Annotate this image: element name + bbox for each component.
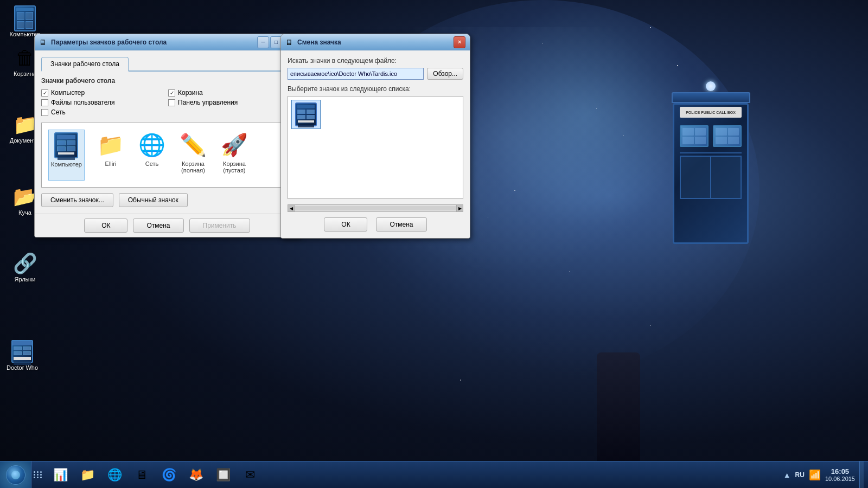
- checkbox-computer[interactable]: ✓ Компьютер: [41, 89, 166, 97]
- icon-network[interactable]: 🌐 Сеть: [137, 130, 167, 181]
- icon-recycle-empty[interactable]: 🚀 Корзина (пустая): [219, 130, 250, 181]
- pile-icon-label: Куча: [18, 209, 31, 216]
- change-dialog-title: Смена значка: [297, 38, 454, 46]
- desktop: POLICE PUBLIC CALL BOX: [0, 0, 868, 488]
- change-dialog-content: Искать значки в следующем файле: Обзор..…: [281, 50, 470, 238]
- change-cancel-button[interactable]: Отмена: [376, 217, 426, 232]
- taskbar-icon-folder[interactable]: 📁: [74, 461, 101, 489]
- tardis-win-pane: [23, 351, 31, 355]
- taskbar-icon-ie[interactable]: 🌐: [101, 461, 128, 489]
- taskbar-icon-ie-alt[interactable]: 🌀: [155, 461, 182, 489]
- icon-computer[interactable]: Компьютер: [48, 130, 85, 181]
- taskbar-network-icon[interactable]: 📶: [809, 469, 821, 481]
- dot: [40, 474, 42, 476]
- browse-button[interactable]: Обзор...: [427, 68, 463, 80]
- icon-computer-label: Компьютер: [51, 161, 82, 168]
- tardis-top: [672, 92, 750, 103]
- recycle-icon-label: Корзина: [14, 70, 36, 77]
- tardis-sign: POLICE PUBLIC CALL BOX: [680, 107, 742, 118]
- documents-icon-image: 📁: [14, 114, 36, 136]
- change-close-button[interactable]: ✕: [454, 36, 465, 48]
- taskbar-icon-network[interactable]: 🔲: [209, 461, 237, 489]
- tardis-lower: [680, 156, 742, 199]
- checkbox-recycle[interactable]: ✓ Корзина: [168, 89, 293, 97]
- file-path-input[interactable]: [288, 68, 424, 80]
- desktop-icon-doctor-who[interactable]: Doctor Who: [3, 336, 42, 373]
- checkbox-recycle-box[interactable]: ✓: [168, 89, 175, 97]
- tardis-door-line: [680, 152, 742, 153]
- dot: [37, 477, 39, 478]
- taskbar-icon-firefox[interactable]: 🦊: [182, 461, 209, 489]
- tardis-top-bar: [12, 341, 32, 345]
- change-dialog-icon: 🖥: [285, 38, 294, 47]
- main-apply-button[interactable]: Применить: [189, 219, 250, 233]
- taskbar-language[interactable]: RU: [795, 471, 805, 479]
- icon-list-item-tardis[interactable]: [291, 100, 321, 129]
- change-icon-button[interactable]: Сменить значок...: [41, 193, 113, 207]
- tardis-pane: [728, 137, 739, 144]
- notifications-toggle[interactable]: ▲: [783, 471, 791, 479]
- mini-tardis-win: [17, 21, 24, 29]
- icon-scrollbar[interactable]: ◀ ▶: [288, 204, 463, 212]
- taskbar-time-value: 16:05: [825, 467, 855, 476]
- checkbox-user-files-box[interactable]: [41, 99, 48, 106]
- icon-list-area[interactable]: [288, 96, 463, 199]
- taskbar-icon-taskmanager[interactable]: 📊: [47, 461, 74, 489]
- icon-recycle-empty-gfx: 🚀: [221, 132, 247, 158]
- minimize-button[interactable]: ─: [257, 36, 269, 48]
- main-dialog-footer: ОК Отмена Применить: [35, 214, 299, 237]
- tardis-window-2: [713, 125, 742, 147]
- scrollbar-right[interactable]: ▶: [456, 205, 463, 211]
- tardis-body: POLICE PUBLIC CALL BOX: [673, 103, 749, 244]
- icon-user[interactable]: 📁 Elliri: [95, 130, 126, 181]
- doctor-who-icon-image: [9, 338, 35, 364]
- dot: [34, 477, 35, 478]
- tab-desktop-icons[interactable]: Значки рабочего стола: [41, 57, 129, 72]
- pile-icon-image: 📂: [14, 186, 36, 208]
- icon-list-label: Выберите значок из следующего списка:: [288, 85, 463, 93]
- action-buttons: Сменить значок... Обычный значок: [41, 193, 293, 207]
- icon-recycle-full-label: Корзина (полная): [181, 160, 205, 174]
- tardis-lamp: [706, 81, 716, 91]
- checkbox-control-panel-box[interactable]: [168, 99, 175, 106]
- taskbar-toggle-dots[interactable]: [31, 469, 44, 480]
- taskbar: 📊 📁 🌐 🖥 🌀 🦊 🔲 ✉ ▲ RU 📶 16:05 10.06.2015: [0, 461, 868, 488]
- checkbox-computer-box[interactable]: ✓: [41, 89, 48, 97]
- dot: [40, 477, 42, 478]
- tardis-pane: [695, 128, 706, 136]
- tardis-pane: [695, 137, 706, 144]
- taskbar-clock[interactable]: 16:05 10.06.2015: [825, 467, 855, 482]
- main-ok-button[interactable]: ОК: [84, 219, 127, 233]
- tardis-pane: [728, 128, 739, 136]
- tardis-window-1: [680, 125, 709, 147]
- doctor-who-tardis: [11, 340, 33, 363]
- start-orb-inner: [11, 471, 20, 479]
- checkbox-user-files-label: Файлы пользователя: [51, 99, 114, 106]
- checkbox-control-panel[interactable]: Панель управления: [168, 99, 293, 106]
- show-desktop-button[interactable]: [859, 461, 864, 489]
- character-silhouette: [597, 352, 640, 461]
- labels-icon-image: 🔗: [14, 253, 36, 274]
- icon-computer-gfx: [53, 132, 79, 158]
- checkbox-user-files[interactable]: Файлы пользователя: [41, 99, 166, 106]
- checkbox-network-box[interactable]: [41, 109, 48, 116]
- main-dialog-icon: 🖥: [39, 38, 48, 47]
- tardis-win-pane: [23, 346, 31, 350]
- tardis-pane: [682, 128, 694, 136]
- checkbox-network[interactable]: Сеть: [41, 108, 166, 116]
- taskbar-icon-mail[interactable]: ✉: [237, 461, 264, 489]
- start-button[interactable]: [0, 461, 31, 489]
- icon-user-label: Elliri: [105, 160, 117, 167]
- taskbar-right: ▲ RU 📶 16:05 10.06.2015: [783, 461, 868, 489]
- checkbox-network-label: Сеть: [51, 108, 66, 116]
- taskbar-icon-monitor[interactable]: 🖥: [128, 461, 155, 489]
- change-icon-dialog: 🖥 Смена значка ✕ Искать значки в следующ…: [280, 34, 470, 239]
- change-ok-button[interactable]: ОК: [324, 217, 367, 232]
- mini-tardis-win: [25, 12, 33, 20]
- search-file-label: Искать значки в следующем файле:: [288, 57, 463, 65]
- main-cancel-button[interactable]: Отмена: [133, 219, 183, 233]
- scrollbar-left[interactable]: ◀: [288, 205, 295, 211]
- icon-recycle-full[interactable]: ✏️ Корзина (полная): [178, 130, 208, 181]
- desktop-icon-labels[interactable]: 🔗 Ярлыки: [5, 251, 44, 285]
- default-icon-button[interactable]: Обычный значок: [119, 193, 188, 207]
